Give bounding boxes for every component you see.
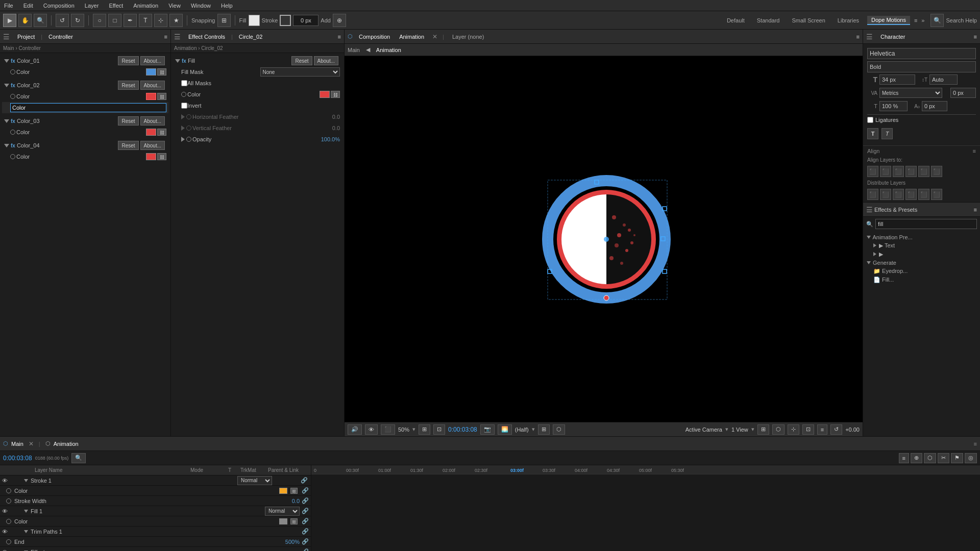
expand-icon[interactable]: » [921, 17, 924, 23]
color03-toggle[interactable] [4, 119, 9, 123]
fill1-link[interactable]: 🔗 [302, 508, 309, 514]
effects-row[interactable]: 👁 Effects 🔗 [0, 547, 311, 551]
fill-chain-icon[interactable]: ⛓ [331, 91, 340, 98]
comp-reset-btn[interactable]: ↺ [830, 424, 842, 435]
stroke1-mode[interactable]: Normal [237, 476, 272, 485]
fill1-color-swatch[interactable] [279, 518, 287, 524]
effects-node-eyedrop[interactable]: 📁 Eyedrop... [865, 267, 978, 276]
fill1-mode[interactable]: Normal [265, 507, 300, 516]
fill-invert-checkbox[interactable] [181, 103, 187, 109]
comp-hide-btn[interactable]: 👁 [365, 424, 378, 435]
comp-audio-btn[interactable]: 🔊 [348, 424, 362, 435]
all-masks-checkbox[interactable] [181, 80, 187, 86]
color04-about[interactable]: About... [140, 141, 165, 150]
timeline-time-display[interactable]: 0:00:03:08 [3, 455, 32, 462]
menu-animation[interactable]: Animation [131, 2, 160, 10]
fill-about[interactable]: About... [314, 56, 338, 65]
align-center-btn[interactable]: ⬛ [880, 166, 891, 177]
fill-mask-select[interactable]: None [260, 67, 340, 77]
dist-center-btn[interactable]: ⬛ [880, 189, 891, 200]
color03-reset[interactable]: Reset [118, 116, 138, 126]
tl-btn4[interactable]: ✂ [938, 453, 949, 463]
circle02-tab[interactable]: Circle_02 [236, 33, 265, 41]
effects-node-fill[interactable]: 📄 Fill... [865, 276, 978, 284]
fill1-row[interactable]: 👁 Fill 1 Normal 🔗 [0, 506, 311, 516]
comp-resolution-btn[interactable]: ⊞ [538, 424, 550, 435]
tool-puppet[interactable]: ★ [169, 14, 183, 27]
stroke1-color-swatch[interactable] [279, 488, 287, 494]
menu-window[interactable]: Window [189, 2, 213, 10]
tl-btn6[interactable]: ◎ [965, 453, 977, 463]
comp-render-btn[interactable]: ⬡ [772, 424, 785, 435]
comp-back-btn[interactable]: ◀ [366, 46, 370, 53]
effect-controls-label[interactable]: Effect Controls [185, 33, 228, 41]
comp-grid-btn[interactable]: ⊞ [757, 424, 769, 435]
dist-middle-btn[interactable]: ⬛ [918, 189, 929, 200]
effects-node-text[interactable]: ▶ Text [865, 241, 978, 250]
trim-link2[interactable]: 🔗 [302, 538, 309, 545]
effect-controls-tab[interactable]: Controller [45, 33, 76, 41]
effects-node-folder[interactable]: ▶ [865, 250, 978, 259]
dist-right-btn[interactable]: ⬛ [893, 189, 904, 200]
kerning-input[interactable] [950, 88, 976, 98]
tl-btn2[interactable]: ⊕ [911, 453, 922, 463]
stroke1-chain[interactable]: ⛓ [290, 488, 298, 494]
text-toggle[interactable] [873, 243, 876, 247]
color01-about[interactable]: About... [140, 56, 165, 65]
camera-arrow[interactable]: ▾ [725, 426, 728, 433]
effects-menu-icon[interactable]: ≡ [974, 207, 977, 213]
tool-select[interactable]: ▶ [3, 14, 16, 27]
middle-panel-menu-icon[interactable]: ≡ [338, 34, 341, 40]
comp-region-btn[interactable]: ⬡ [553, 424, 565, 435]
comp-zoom-icon[interactable]: ▾ [412, 426, 415, 433]
comp-show-snapshot-btn[interactable]: 🌅 [498, 424, 512, 435]
character-title[interactable]: Character [877, 33, 908, 41]
tool-hand[interactable]: ✋ [18, 14, 32, 27]
color04-swatch[interactable] [146, 153, 156, 160]
workspace-dope-motions[interactable]: Dope Motions [867, 16, 910, 25]
search-btn[interactable]: 🔍 [930, 14, 944, 27]
color02-toggle[interactable] [4, 84, 9, 87]
align-bottom-btn[interactable]: ⬛ [931, 166, 942, 177]
comp-tab-close[interactable]: ✕ [432, 33, 437, 40]
timeline-animation-tab[interactable]: Animation [54, 441, 79, 447]
align-menu-icon[interactable]: ≡ [973, 148, 976, 154]
tool-undo[interactable]: ↺ [56, 14, 69, 27]
fill-color-swatch[interactable] [320, 91, 330, 98]
workspace-standard[interactable]: Standard [753, 16, 784, 24]
color01-chain-icon[interactable]: ⛓ [157, 68, 166, 76]
color03-chain-icon[interactable]: ⛓ [157, 129, 166, 136]
comp-snapshot-btn[interactable]: 📷 [480, 424, 495, 435]
align-middle-btn[interactable]: ⬛ [918, 166, 929, 177]
dist-top-btn[interactable]: ⬛ [905, 189, 917, 200]
main-tab-close[interactable]: ✕ [29, 440, 34, 447]
timeline-menu-icon[interactable]: ≡ [974, 441, 977, 447]
italic-btn[interactable]: T [881, 128, 893, 139]
baseline-input[interactable] [922, 101, 947, 111]
color01-swatch[interactable] [146, 68, 156, 76]
timeline-search-btn[interactable]: 🔍 [71, 453, 86, 463]
trim-vis[interactable]: 👁 [2, 529, 8, 535]
view-arrow[interactable]: ▾ [751, 426, 754, 433]
stroke1-link2[interactable]: 🔗 [302, 487, 309, 494]
leading-input[interactable] [929, 74, 958, 85]
effects-node-generate[interactable]: Generate [865, 259, 978, 267]
color04-toggle[interactable] [4, 144, 9, 147]
comp-3d-btn[interactable]: ⊹ [788, 424, 799, 435]
snapping-btn[interactable]: ⊞ [217, 14, 231, 27]
menu-file[interactable]: File [2, 2, 15, 10]
ligatures-checkbox[interactable] [867, 117, 873, 123]
tracking-select[interactable]: Metrics [879, 88, 942, 98]
font-size-input[interactable] [879, 74, 915, 85]
comp-title[interactable]: Composition [356, 33, 393, 41]
comp-tab-animation[interactable]: Animation [396, 33, 427, 41]
comp-menu-icon[interactable]: ≡ [856, 34, 860, 40]
tool-redo[interactable]: ↻ [71, 14, 84, 27]
trim-end-value[interactable]: 500% [285, 539, 300, 545]
leading2-input[interactable] [879, 101, 908, 111]
tl-btn1[interactable]: ≡ [899, 453, 909, 463]
tool-pen[interactable]: ✒ [124, 14, 137, 27]
tool-zoom[interactable]: 🔍 [34, 14, 47, 27]
dist-bottom-btn[interactable]: ⬛ [931, 189, 942, 200]
color02-chain-icon[interactable]: ⛓ [157, 93, 166, 100]
